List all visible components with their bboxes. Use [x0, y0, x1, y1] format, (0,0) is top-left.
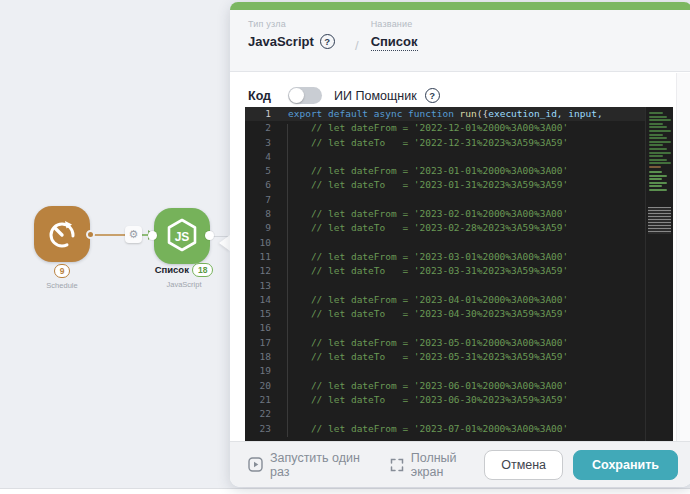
panel-footer: Запустить один раз Полный экран Отмена С…: [230, 441, 690, 487]
connection-schedule-to-gear: [94, 234, 126, 236]
cancel-button[interactable]: Отмена: [484, 450, 563, 480]
code-lines: 1export default async function run({exec…: [245, 107, 673, 436]
node-name-label: Название: [371, 19, 418, 29]
toggle-knob: [289, 88, 304, 103]
connection-settings-button[interactable]: ⚙: [125, 226, 142, 243]
js-input-port[interactable]: [148, 231, 157, 240]
panel-header: Тип узла JavaScript ? / Название Список: [230, 10, 690, 72]
schedule-node-caption: 9 Schedule: [22, 261, 102, 290]
fullscreen-button[interactable]: Полный экран: [390, 451, 484, 479]
panel-scrollbar[interactable]: [676, 73, 690, 441]
schedule-node-type-label: Schedule: [22, 281, 102, 290]
editor-minimap[interactable]: [645, 107, 673, 441]
run-once-label: Запустить один раз: [270, 451, 372, 479]
js-node-type-label: JavaScript: [142, 280, 226, 289]
js-output-port[interactable]: [205, 231, 214, 240]
panel-pointer-notch: [219, 235, 230, 251]
node-name-input[interactable]: Список: [371, 34, 418, 51]
run-once-icon: [248, 457, 263, 472]
indent-guide: [287, 124, 288, 437]
schedule-output-port[interactable]: [86, 230, 95, 239]
timer-icon: [45, 217, 79, 251]
node-javascript[interactable]: JS: [154, 208, 210, 264]
node-schedule[interactable]: [34, 206, 90, 262]
workflow-editor: ⚙ JS 9: [0, 0, 690, 494]
schedule-count-badge: 9: [54, 264, 71, 278]
js-node-title: Список: [155, 264, 189, 275]
node-type-value: JavaScript: [248, 34, 314, 49]
node-type-label: Тип узла: [248, 19, 355, 29]
code-label: Код: [248, 89, 271, 103]
save-button[interactable]: Сохранить: [573, 450, 678, 480]
js-node-caption: Список18 JavaScript: [142, 260, 226, 289]
code-editor[interactable]: 1export default async function run({exec…: [245, 107, 673, 441]
node-settings-panel: Тип узла JavaScript ? / Название Список …: [230, 2, 690, 487]
fullscreen-label: Полный экран: [411, 451, 484, 479]
svg-text:JS: JS: [175, 230, 190, 244]
fullscreen-icon: [390, 458, 404, 472]
node-type-help-icon[interactable]: ?: [320, 34, 335, 49]
run-once-button[interactable]: Запустить один раз: [248, 451, 372, 479]
panel-accent-bar: [230, 2, 690, 10]
js-count-badge: 18: [192, 263, 213, 277]
ai-assistant-label: ИИ Помощник: [334, 89, 417, 103]
ai-assistant-help-icon[interactable]: ?: [425, 88, 440, 103]
header-separator: /: [355, 38, 359, 71]
ai-assistant-toggle[interactable]: [288, 87, 322, 104]
code-toolbar: Код ИИ Помощник ?: [230, 72, 690, 106]
nodejs-logo-icon: JS: [164, 217, 200, 255]
gear-icon: ⚙: [129, 229, 139, 240]
